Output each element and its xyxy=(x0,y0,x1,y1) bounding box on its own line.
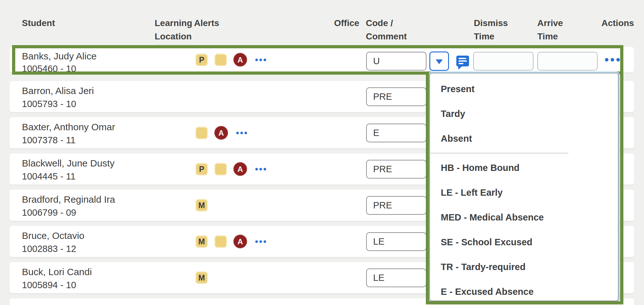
column-header-line1: Learning xyxy=(155,17,192,30)
alert-badge-m-icon: M xyxy=(195,199,208,212)
student-name: Bradford, Reginald Ira xyxy=(22,194,115,205)
attendance-table-page: StudentLearningLocationAlertsOfficeCode … xyxy=(0,0,644,305)
student-id: 1005894 - 10 xyxy=(22,280,76,290)
student-name: Bruce, Octavio xyxy=(22,230,84,241)
dismiss-time-input[interactable] xyxy=(473,52,533,71)
alert-badge-icon xyxy=(214,163,227,175)
more-alerts-icon[interactable] xyxy=(255,58,266,61)
dropdown-option[interactable]: HB - Home Bound xyxy=(430,155,618,180)
code-dropdown-toggle[interactable] xyxy=(429,51,449,71)
dropdown-divider xyxy=(431,153,568,153)
alerts-group: M xyxy=(195,271,208,284)
student-name: Blackwell, June Dusty xyxy=(22,158,115,169)
column-header-line2: Comment xyxy=(366,30,407,43)
column-header: Code /Comment xyxy=(366,17,407,43)
row-actions-icon[interactable] xyxy=(605,58,620,62)
absence-alert-icon: A xyxy=(233,235,247,248)
alert-badge-p-icon: P xyxy=(195,53,208,66)
alert-badge-m-icon: M xyxy=(195,235,208,248)
alert-badge-m-icon: M xyxy=(195,271,208,284)
column-header: Student xyxy=(22,17,55,30)
alert-badge-icon xyxy=(214,235,227,248)
column-header: DismissTime xyxy=(474,17,508,43)
arrive-time-input[interactable] xyxy=(537,52,598,71)
column-header-line2: Time xyxy=(474,30,508,43)
student-name: Baxter, Anthony Omar xyxy=(22,122,115,132)
alerts-group: PA xyxy=(195,162,266,176)
attendance-code-dropdown: PresentTardyAbsentHB - Home BoundLE - Le… xyxy=(429,73,619,301)
attendance-code-input[interactable] xyxy=(366,268,426,287)
more-alerts-icon[interactable] xyxy=(236,132,247,134)
attendance-code-input[interactable] xyxy=(366,124,426,142)
dropdown-option[interactable]: Tardy xyxy=(430,101,618,126)
student-id: 1004445 - 11 xyxy=(22,171,76,182)
column-header-line1: Actions xyxy=(601,17,634,30)
attendance-code-input[interactable] xyxy=(366,232,426,251)
attendance-code-input[interactable] xyxy=(366,52,426,71)
column-header-line1: Office xyxy=(334,17,359,30)
dropdown-option[interactable]: SE - School Excused xyxy=(430,230,618,254)
student-id: 1007378 - 11 xyxy=(22,135,76,146)
column-header-line1: Code / xyxy=(366,17,407,30)
more-alerts-icon[interactable] xyxy=(255,168,266,170)
alerts-group: M xyxy=(195,199,208,212)
column-header-line1: Arrive xyxy=(537,17,563,30)
dropdown-option[interactable]: E - Excused Absence xyxy=(430,279,618,301)
table-row: Banks, Judy Alice 1005460 - 10 PA xyxy=(10,47,634,72)
student-id: 1002883 - 12 xyxy=(22,244,76,254)
student-name: Buck, Lori Candi xyxy=(22,267,92,277)
student-name: Barron, Alisa Jeri xyxy=(22,85,94,96)
absence-alert-icon: A xyxy=(214,126,228,140)
column-header: Office xyxy=(334,17,359,30)
attendance-code-input[interactable] xyxy=(366,196,426,215)
column-header-line1: Dismiss xyxy=(474,17,508,30)
student-id: 1005793 - 10 xyxy=(22,99,76,109)
alert-badge-icon xyxy=(195,126,208,139)
column-header-line2: Location xyxy=(155,30,192,43)
column-header-line2: Time xyxy=(537,30,563,43)
absence-alert-icon: A xyxy=(233,53,247,67)
dropdown-option[interactable]: Absent xyxy=(430,126,618,151)
alerts-group: MA xyxy=(195,235,266,248)
dropdown-option[interactable]: Present xyxy=(430,77,618,101)
dropdown-option[interactable]: LE - Left Early xyxy=(430,180,618,205)
dropdown-option[interactable]: MED - Medical Absence xyxy=(430,205,618,230)
more-alerts-icon[interactable] xyxy=(255,240,266,243)
column-header: Alerts xyxy=(194,17,219,30)
column-header: LearningLocation xyxy=(155,17,192,43)
student-id: 1005460 - 10 xyxy=(22,64,76,74)
student-name: Banks, Judy Alice xyxy=(22,51,97,62)
alert-badge-icon xyxy=(214,53,227,66)
column-header-line1: Student xyxy=(22,17,55,30)
alerts-group: A xyxy=(195,126,247,140)
absence-alert-icon: A xyxy=(233,162,247,176)
dropdown-option[interactable]: TR - Tardy-required xyxy=(430,254,618,279)
chevron-down-icon xyxy=(436,59,443,64)
column-header: ArriveTime xyxy=(537,17,563,43)
alerts-group: PA xyxy=(195,53,266,67)
student-id: 1006799 - 09 xyxy=(22,207,76,218)
comment-icon xyxy=(456,56,469,66)
attendance-code-input[interactable] xyxy=(366,87,426,106)
attendance-code-input[interactable] xyxy=(366,160,426,179)
column-header-line1: Alerts xyxy=(194,17,219,30)
alert-badge-p-icon: P xyxy=(195,163,208,175)
comment-button[interactable] xyxy=(456,56,469,70)
column-header: Actions xyxy=(601,17,634,30)
